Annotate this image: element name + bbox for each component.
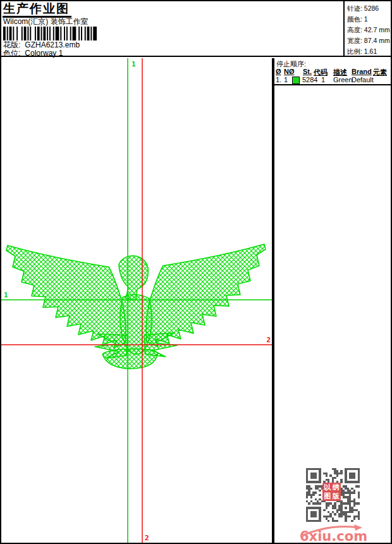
end-marker-right: 2 bbox=[266, 336, 271, 344]
cell-needle: 1 bbox=[284, 76, 288, 83]
eagle-design bbox=[6, 244, 266, 369]
stat-height: 高度: 42.7 mm bbox=[347, 25, 391, 35]
col-header-needle: NØ bbox=[284, 68, 295, 75]
start-marker-top: 1 bbox=[132, 60, 136, 68]
pattern-filename: GZHA6213.emb bbox=[25, 40, 80, 49]
production-worksheet: 生产作业图 Wilcom(汇京) 装饰工作室 花版:GZHA6213.emb 色… bbox=[0, 0, 392, 544]
cell-description: Green bbox=[333, 76, 353, 83]
pattern-label: 花版: bbox=[3, 40, 20, 49]
eagle-left-wing bbox=[6, 245, 126, 348]
col-header-order: Ø bbox=[276, 68, 281, 75]
color-swatch bbox=[292, 77, 300, 84]
end-marker-bottom: 2 bbox=[145, 534, 149, 542]
design-canvas: 1 1 2 2 bbox=[1, 58, 273, 543]
page-title: 生产作业图 bbox=[3, 2, 71, 18]
seal-stamp: 以 绣 图 版 bbox=[322, 483, 341, 501]
cell-brand: Default bbox=[352, 76, 374, 83]
colorway-line: 色位:Colorway 1 bbox=[3, 49, 63, 58]
start-marker-left: 1 bbox=[4, 291, 8, 299]
header-left: 生产作业图 Wilcom(汇京) 装饰工作室 花版:GZHA6213.emb 色… bbox=[1, 1, 342, 57]
col-header-stitches: St. bbox=[303, 68, 312, 75]
qr-code: 以 绣 图 版 bbox=[306, 468, 360, 522]
cell-order: 1. bbox=[276, 76, 281, 83]
design-stats-panel: 针迹: 5286 颜色: 1 高度: 42.7 mm 宽度: 87.4 mm 比… bbox=[343, 1, 391, 57]
table-divider bbox=[274, 84, 391, 85]
stat-width: 宽度: 87.4 mm bbox=[347, 35, 391, 46]
design-svg: 1 1 2 2 bbox=[1, 58, 272, 543]
stat-scale: 比例: 1.61 bbox=[347, 46, 391, 57]
stop-sequence-panel: 停止顺序: Ø NØ St. 代码 描述 Brand 元素 1. 1 5284 … bbox=[273, 58, 391, 543]
watermark: 6xiu.com bbox=[298, 521, 367, 544]
eagle-tail bbox=[102, 349, 158, 369]
cell-code: 1 bbox=[314, 76, 325, 83]
barcode bbox=[3, 27, 97, 40]
watermark-text: 6xiu.com bbox=[300, 529, 367, 544]
col-header-elements: 元素 bbox=[373, 68, 387, 77]
eagle-head bbox=[119, 256, 148, 300]
company-subtitle: Wilcom(汇京) 装饰工作室 bbox=[3, 18, 89, 26]
eagle-right-wing bbox=[146, 244, 266, 347]
header: 生产作业图 Wilcom(汇京) 装饰工作室 花版:GZHA6213.emb 色… bbox=[1, 1, 391, 57]
colorway-value: Colorway 1 bbox=[25, 49, 63, 58]
col-header-brand: Brand bbox=[352, 68, 372, 75]
stat-stitches: 针迹: 5286 bbox=[347, 3, 391, 14]
stat-colors: 颜色: 1 bbox=[347, 14, 391, 25]
colorway-label: 色位: bbox=[3, 49, 20, 58]
